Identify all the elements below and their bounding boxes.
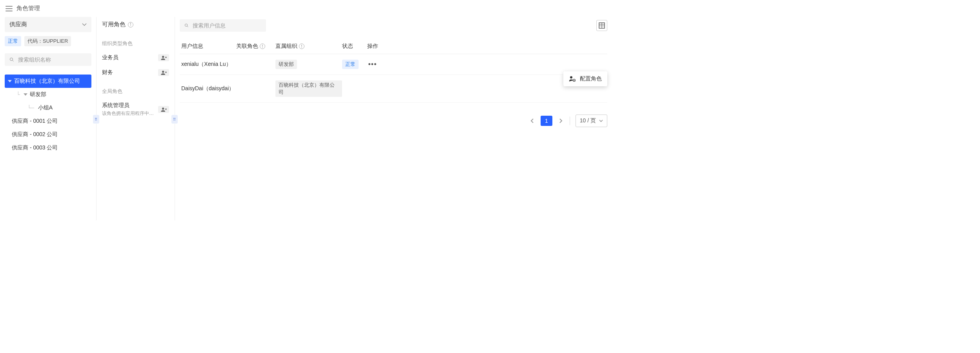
tree-node-label: 供应商 - 0003 公司 [12, 144, 58, 151]
cell-user: xenialu（Xenia Lu） [181, 61, 236, 68]
role-desc: 该角色拥有应用程序中… [102, 110, 154, 117]
status-chip: 正常 [5, 36, 21, 46]
th-action: 操作 [364, 43, 381, 50]
role-item[interactable]: 系统管理员 该角色拥有应用程序中… [101, 98, 170, 121]
svg-point-2 [162, 56, 164, 58]
add-person-icon[interactable] [158, 106, 169, 113]
svg-point-11 [185, 24, 187, 26]
svg-point-17 [570, 76, 572, 78]
info-icon[interactable]: ! [299, 44, 304, 49]
users-panel: 用户信息 关联角色 ! 直属组织 ! 状态 操作 xenialu（Xenia L… [175, 17, 612, 220]
divider [570, 116, 570, 125]
tree-node[interactable]: └ 研发部 [5, 88, 91, 101]
th-org: 直属组织 ! [275, 43, 342, 50]
role-label: 系统管理员 [102, 102, 154, 109]
add-person-icon[interactable] [158, 54, 169, 61]
svg-line-1 [13, 60, 14, 62]
tree-node-label: 研发部 [30, 91, 46, 98]
info-icon[interactable]: ! [260, 44, 265, 49]
org-chip: 百晓科技（北京）有限公司 [275, 80, 342, 97]
th-role: 关联角色 ! [236, 43, 275, 50]
org-chip: 研发部 [275, 60, 297, 69]
roles-panel: 可用角色 ! 组织类型角色 业务员 财务 全局角色 系统管理员 该角色拥有应用程… [96, 17, 175, 220]
org-tree: 百晓科技（北京）有限公司 └ 研发部 └─ 小组A 供应商 - 0001 公司 … [5, 75, 91, 155]
org-panel: 供应商 正常 代码：SUPPLIER 百晓科技（北京）有限公司 └ 研发部 [0, 17, 96, 220]
current-page[interactable]: 1 [541, 116, 552, 126]
person-gear-icon [569, 76, 576, 82]
chevron-down-icon [599, 120, 603, 122]
table-header: 用户信息 关联角色 ! 直属组织 ! 状态 操作 [180, 39, 607, 54]
org-search-input[interactable] [18, 56, 87, 63]
table-row: xenialu（Xenia Lu） 研发部 正常 ••• 配置角色 [180, 54, 607, 75]
pagination: 1 10 / 页 [180, 115, 607, 127]
add-person-icon[interactable] [158, 69, 169, 76]
svg-line-12 [187, 26, 188, 27]
menu-icon[interactable] [5, 6, 13, 11]
user-search[interactable] [180, 19, 266, 32]
type-select[interactable]: 供应商 [5, 17, 91, 32]
role-section-title: 全局角色 [101, 80, 170, 98]
tree-node-label: 供应商 - 0001 公司 [12, 118, 58, 125]
cell-action: ••• [364, 60, 381, 69]
more-icon[interactable]: ••• [368, 60, 377, 69]
roles-panel-title: 可用角色 [102, 21, 126, 28]
cell-user: DaisyDai（daisydai） [181, 85, 236, 92]
columns-button[interactable] [596, 20, 607, 31]
caret-down-icon [8, 80, 12, 82]
tree-node-label: 供应商 - 0002 公司 [12, 131, 58, 138]
info-icon[interactable]: ! [128, 22, 133, 27]
page-title: 角色管理 [16, 5, 40, 12]
resize-handle[interactable]: ⠿ [171, 115, 178, 124]
tree-connector: └ [16, 91, 20, 98]
role-item[interactable]: 业务员 [101, 50, 170, 65]
role-section-title: 组织类型角色 [101, 32, 170, 50]
tree-connector: └─ [27, 105, 34, 111]
cell-org: 研发部 [275, 60, 342, 69]
svg-point-19 [574, 80, 574, 81]
table-row: DaisyDai（daisydai） 百晓科技（北京）有限公司 [180, 75, 607, 103]
type-select-value: 供应商 [9, 21, 27, 28]
org-search[interactable] [5, 53, 91, 66]
svg-point-0 [10, 58, 13, 61]
page-size-select[interactable]: 10 / 页 [576, 115, 607, 127]
cell-status: 正常 [342, 60, 364, 69]
role-label: 财务 [102, 69, 113, 76]
th-user: 用户信息 [181, 43, 236, 50]
tree-node[interactable]: 供应商 - 0001 公司 [5, 115, 91, 128]
tree-node[interactable]: 供应商 - 0002 公司 [5, 128, 91, 141]
svg-point-5 [162, 71, 164, 73]
caret-down-icon [24, 93, 27, 96]
row-action-menu[interactable]: 配置角色 [563, 71, 607, 86]
chevron-down-icon [82, 23, 87, 26]
tree-node[interactable]: └─ 小组A [5, 101, 91, 115]
cell-org: 百晓科技（北京）有限公司 [275, 80, 342, 97]
tree-node-root[interactable]: 百晓科技（北京）有限公司 [5, 75, 91, 88]
menu-item-label: 配置角色 [580, 75, 602, 82]
search-icon [184, 22, 189, 29]
th-status: 状态 [342, 43, 364, 50]
tree-node-label: 百晓科技（北京）有限公司 [14, 78, 80, 85]
role-item[interactable]: 财务 [101, 65, 170, 80]
next-page-icon[interactable] [558, 117, 564, 125]
search-icon [9, 56, 14, 63]
prev-page-icon[interactable] [529, 117, 535, 125]
role-label: 业务员 [102, 54, 118, 61]
tree-node-label: 小组A [38, 104, 53, 111]
status-chip: 正常 [342, 60, 359, 69]
svg-point-8 [162, 107, 164, 109]
page-size-value: 10 / 页 [580, 117, 596, 124]
resize-handle[interactable]: ⠿ [93, 115, 99, 124]
tree-node[interactable]: 供应商 - 0003 公司 [5, 141, 91, 155]
user-search-input[interactable] [193, 22, 261, 29]
code-chip: 代码：SUPPLIER [24, 36, 71, 46]
